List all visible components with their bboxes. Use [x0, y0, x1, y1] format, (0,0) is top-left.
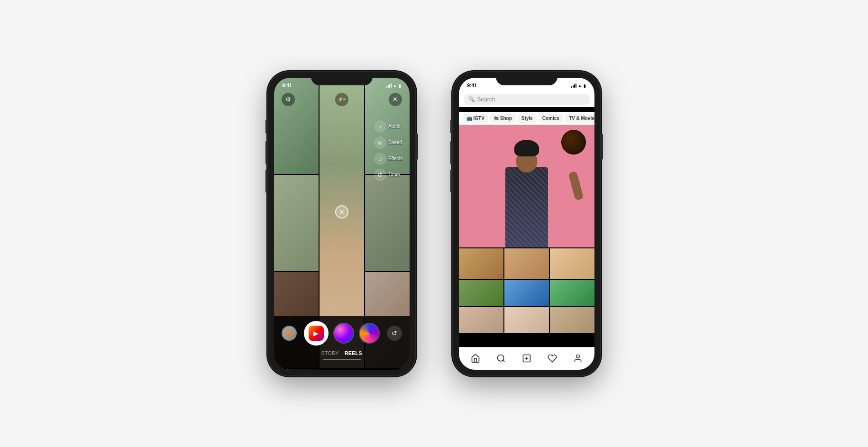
shutter-group: ▶ — [304, 321, 380, 346]
phone-explore: 9:41 ▲ ▮ 🔍 Search — [453, 72, 600, 375]
volume-up-button-2 — [450, 141, 453, 164]
igtv-icon: 📺 — [466, 116, 472, 121]
battery-icon-2: ▮ — [584, 83, 586, 88]
timer-label: Timer — [388, 172, 400, 177]
thumb-item-9[interactable] — [550, 307, 594, 333]
style-label: Style — [521, 116, 533, 121]
wifi-icon: ▲ — [393, 83, 397, 88]
power-button — [416, 134, 418, 160]
thumbnail-grid-row1 — [459, 248, 594, 279]
speed-label: Speed — [388, 140, 402, 145]
volume-up-button — [265, 141, 268, 164]
filter-button[interactable] — [359, 323, 380, 344]
speed-menu-item[interactable]: ◎ Speed — [374, 137, 402, 149]
story-mode-label[interactable]: STORY — [321, 350, 339, 356]
person-hair — [514, 140, 539, 156]
thumb-item-7[interactable] — [459, 307, 503, 333]
shutter-button[interactable]: ▶ — [304, 321, 329, 346]
thumb-item-3[interactable] — [550, 248, 594, 279]
thumb-item-6[interactable] — [550, 280, 594, 306]
status-icons-explore: ▲ ▮ — [571, 83, 586, 88]
status-time-explore: 9:41 — [467, 83, 477, 88]
phone-camera: 9:41 ▲ ▮ ⚙ ⚡× ✕ — [268, 72, 415, 375]
thumb-item-8[interactable] — [504, 307, 549, 333]
jacket-pattern — [505, 167, 548, 247]
timer-icon: ⏱ — [374, 169, 386, 181]
tab-tv-movie[interactable]: TV & Movie — [565, 114, 594, 123]
thumb-item-2[interactable] — [504, 248, 549, 279]
effect-shutter-button[interactable] — [333, 323, 354, 344]
hero-reels-image[interactable]: ▶ Reels — [459, 124, 594, 247]
effects-icon: ☺ — [374, 153, 386, 165]
nav-profile-button[interactable] — [570, 351, 585, 366]
shutter-row: ▶ ↺ — [282, 321, 402, 346]
tvmovie-label: TV & Movie — [569, 116, 594, 121]
filter-icon — [359, 323, 380, 344]
search-placeholder-text: Search — [477, 96, 495, 103]
wifi-icon-2: ▲ — [578, 83, 582, 88]
search-magnifier-icon: 🔍 — [468, 96, 475, 102]
bottom-navigation — [459, 347, 594, 370]
search-input-wrap[interactable]: 🔍 Search — [464, 94, 590, 105]
shop-label: Shop — [500, 116, 512, 121]
effects-label: Effects — [388, 156, 402, 161]
status-time-camera: 9:41 — [283, 83, 292, 88]
tab-shop[interactable]: 🛍 Shop — [490, 114, 516, 123]
audio-label: Audio — [388, 124, 401, 129]
comics-label: Comics — [542, 116, 559, 121]
tab-comics[interactable]: Comics — [539, 114, 563, 123]
nav-home-button[interactable] — [468, 351, 483, 366]
reels-mode-label[interactable]: REELS — [345, 350, 362, 356]
timer-menu-item[interactable]: ⏱ Timer — [374, 169, 402, 181]
main-scene: 9:41 ▲ ▮ ⚙ ⚡× ✕ — [0, 0, 868, 447]
audio-icon: ♪ — [374, 120, 386, 133]
tab-igtv[interactable]: 📺 IGTV — [463, 114, 488, 123]
tab-style[interactable]: Style — [518, 114, 537, 123]
explore-screen: 9:41 ▲ ▮ 🔍 Search — [459, 78, 594, 370]
battery-icon: ▮ — [399, 83, 401, 88]
nav-likes-button[interactable] — [545, 351, 560, 366]
thumb-item-4[interactable] — [459, 280, 503, 306]
nav-search-button[interactable] — [493, 351, 509, 366]
audio-menu-item[interactable]: ♪ Audio — [374, 120, 402, 133]
nav-add-button[interactable] — [519, 351, 534, 366]
camera-screen: 9:41 ▲ ▮ ⚙ ⚡× ✕ — [274, 78, 410, 370]
settings-icon[interactable]: ⚙ — [282, 93, 295, 106]
close-camera-icon[interactable]: ✕ — [389, 93, 402, 106]
svg-point-0 — [497, 355, 503, 361]
basketball — [561, 130, 586, 155]
cancel-record-button[interactable]: ✕ — [335, 205, 348, 219]
speed-icon: ◎ — [374, 137, 386, 149]
explore-content: ▶ Reels — [459, 124, 594, 347]
search-bar-area: 🔍 Search — [459, 91, 594, 107]
status-icons-camera: ▲ ▮ — [386, 83, 401, 88]
flash-icon[interactable]: ⚡× — [335, 93, 348, 106]
mute-button-2 — [450, 119, 453, 134]
thumbnail-grid-row3 — [459, 307, 594, 333]
mode-selector: STORY REELS — [282, 350, 402, 356]
signal-icon-2 — [571, 84, 576, 88]
flip-camera-button[interactable]: ↺ — [387, 326, 402, 341]
effects-menu-item[interactable]: ☺ Effects — [374, 153, 402, 165]
volume-down-button — [265, 169, 268, 193]
camera-top-icons: ⚙ ⚡× ✕ — [274, 93, 410, 106]
mute-button — [265, 119, 268, 134]
svg-point-5 — [576, 355, 579, 358]
thumbnail-grid-row2 — [459, 280, 594, 306]
camera-ui-overlay: ⚙ ⚡× ✕ ♪ Audio ◎ Speed ☺ — [274, 78, 410, 370]
sparkle-effect-icon — [333, 323, 354, 344]
reels-shutter-icon: ▶ — [309, 326, 324, 341]
status-bar-camera: 9:41 ▲ ▮ — [274, 78, 410, 91]
status-bar-explore: 9:41 ▲ ▮ — [459, 78, 594, 91]
shop-icon: 🛍 — [494, 116, 499, 121]
power-button-2 — [601, 134, 603, 160]
volume-down-button-2 — [450, 169, 453, 193]
category-tabs: 📺 IGTV 🛍 Shop Style Comics TV & Movie — [459, 112, 594, 125]
thumb-item-1[interactable] — [459, 248, 503, 279]
thumb-item-5[interactable] — [504, 280, 549, 306]
camera-side-menu: ♪ Audio ◎ Speed ☺ Effects ⏱ Timer — [374, 120, 402, 181]
x-icon: ✕ — [335, 205, 348, 219]
home-indicator — [323, 359, 361, 360]
igtv-label: IGTV — [474, 116, 484, 121]
gallery-thumb[interactable] — [282, 326, 297, 341]
